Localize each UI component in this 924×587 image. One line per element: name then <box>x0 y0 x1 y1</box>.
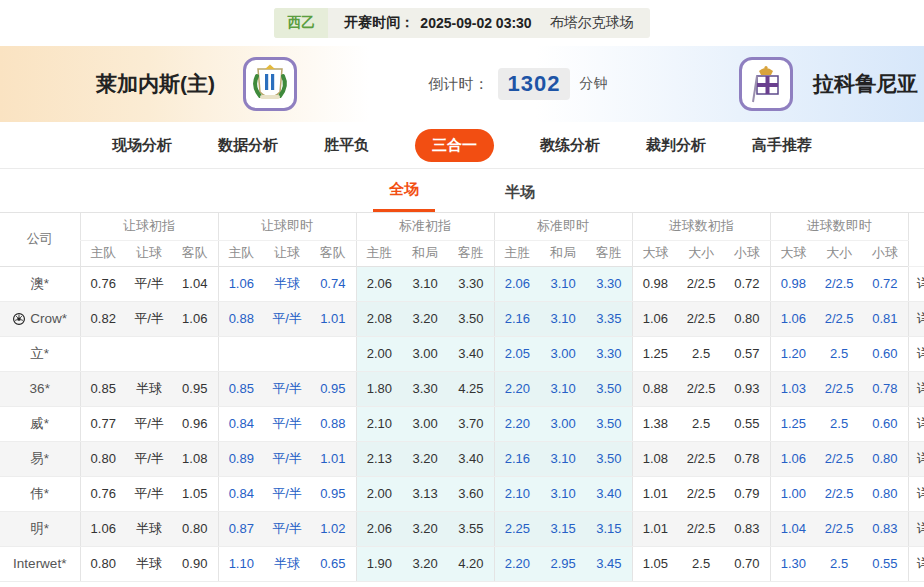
odds-cell-goals-live: 0.81 <box>862 301 908 336</box>
odds-cell-goals-live: 1.06 <box>770 441 816 476</box>
sub-header: 主胜 <box>356 240 402 266</box>
nav-tab-2[interactable]: 数据分析 <box>218 136 278 155</box>
league-badge[interactable]: 西乙 <box>274 8 328 38</box>
odds-cell-goals-live: 0.98 <box>770 266 816 301</box>
odds-cell-goals-live: 1.06 <box>770 301 816 336</box>
odds-cell-goals-init: 0.93 <box>724 371 770 406</box>
company-name: 澳* <box>30 275 49 293</box>
odds-cell-handicap-init: 1.08 <box>172 441 218 476</box>
odds-cell-goals-live: 0.60 <box>862 336 908 371</box>
odds-cell-handicap-live: 0.87 <box>218 511 264 546</box>
odds-cell-std-live: 2.16 <box>494 301 540 336</box>
nav-tab-4[interactable]: 三合一 <box>415 129 494 162</box>
company-name: 36* <box>30 381 50 396</box>
odds-cell-handicap-init: 平/半 <box>126 441 172 476</box>
detail-link[interactable]: 详情 <box>917 346 924 361</box>
detail-link[interactable]: 详情 <box>917 556 924 571</box>
odds-cell-goals-live: 0.78 <box>862 371 908 406</box>
detail-link[interactable]: 详情 <box>917 276 924 291</box>
detail-link[interactable]: 详情 <box>917 521 924 536</box>
odds-cell-goals-init: 2.5 <box>678 546 724 581</box>
detail-link[interactable]: 详情 <box>917 451 924 466</box>
company-cell: Interwet* <box>0 546 80 581</box>
company-cell: 易* <box>0 441 80 476</box>
detail-cell: 详情 <box>908 406 924 441</box>
sub-header: 客胜 <box>586 240 632 266</box>
company-name: Crow* <box>30 311 67 326</box>
top-bar: 西乙 开赛时间： 2025-09-02 03:30 布塔尔克球场 <box>0 0 924 46</box>
odds-cell-handicap-live: 0.88 <box>310 406 356 441</box>
odds-cell-handicap-live: 1.10 <box>218 546 264 581</box>
odds-cell-goals-live: 0.80 <box>862 441 908 476</box>
odds-cell-handicap-live: 0.84 <box>218 406 264 441</box>
odds-cell-std-init: 3.20 <box>402 301 448 336</box>
odds-cell-goals-init: 0.79 <box>724 476 770 511</box>
odds-cell-handicap-init: 1.06 <box>80 511 126 546</box>
odds-cell-std-live: 2.20 <box>494 371 540 406</box>
sub-header: 主胜 <box>494 240 540 266</box>
detail-link[interactable]: 详情 <box>917 381 924 396</box>
odds-cell-std-init: 3.10 <box>402 266 448 301</box>
odds-cell-goals-init: 1.06 <box>632 301 678 336</box>
sub-header: 客队 <box>172 240 218 266</box>
countdown-unit: 分钟 <box>579 75 607 93</box>
detail-link[interactable]: 详情 <box>917 311 924 326</box>
company-cell: 立* <box>0 336 80 371</box>
company-cell: 36* <box>0 371 80 406</box>
odds-cell-goals-live: 2/2.5 <box>816 371 862 406</box>
group-header-5: 进球数初指 <box>632 213 770 240</box>
odds-cell-std-live: 3.10 <box>540 266 586 301</box>
odds-cell-std-init: 3.20 <box>402 511 448 546</box>
odds-cell-std-init: 2.06 <box>356 511 402 546</box>
away-team-logo <box>739 57 793 111</box>
odds-cell-handicap-init: 平/半 <box>126 301 172 336</box>
nav-tab-5[interactable]: 教练分析 <box>540 136 600 155</box>
odds-cell-goals-live: 2/2.5 <box>816 301 862 336</box>
nav-tab-7[interactable]: 高手推荐 <box>752 136 812 155</box>
detail-link[interactable]: 详情 <box>917 416 924 431</box>
odds-cell-handicap-init <box>126 336 172 371</box>
odds-cell-goals-init: 2/2.5 <box>678 266 724 301</box>
nav-tab-3[interactable]: 胜平负 <box>324 136 369 155</box>
company-cell: 伟* <box>0 476 80 511</box>
odds-cell-handicap-init: 0.82 <box>80 301 126 336</box>
period-tab-1[interactable]: 全场 <box>373 180 435 212</box>
odds-cell-std-live: 3.10 <box>540 441 586 476</box>
odds-cell-handicap-init: 半球 <box>126 511 172 546</box>
home-team: 莱加内斯(主) <box>96 57 297 111</box>
odds-cell-std-init: 3.50 <box>448 301 494 336</box>
odds-cell-handicap-init: 1.06 <box>172 301 218 336</box>
sub-header: 让球 <box>264 240 310 266</box>
nav-tab-1[interactable]: 现场分析 <box>112 136 172 155</box>
odds-cell-handicap-init: 0.96 <box>172 406 218 441</box>
odds-cell-handicap-live: 1.01 <box>310 301 356 336</box>
odds-table-head: 公司让球初指让球即时标准初指标准即时进球数初指进球数即时主队让球客队主队让球客队… <box>0 213 924 266</box>
sub-header: 和局 <box>402 240 448 266</box>
sub-header: 大球 <box>770 240 816 266</box>
odds-cell-std-init: 2.00 <box>356 336 402 371</box>
odds-cell-goals-init: 0.57 <box>724 336 770 371</box>
detail-cell: 详情 <box>908 511 924 546</box>
detail-cell: 详情 <box>908 476 924 511</box>
detail-cell: 详情 <box>908 441 924 476</box>
odds-cell-std-live: 2.20 <box>494 406 540 441</box>
odds-row: Crow*0.82平/半1.060.88平/半1.012.083.203.502… <box>0 301 924 336</box>
deportivo-crest-icon <box>744 62 788 106</box>
odds-cell-std-init: 3.13 <box>402 476 448 511</box>
match-info-pill: 西乙 开赛时间： 2025-09-02 03:30 布塔尔克球场 <box>274 8 649 38</box>
odds-row: 威*0.77平/半0.960.84平/半0.882.103.003.702.20… <box>0 406 924 441</box>
period-tab-2[interactable]: 半场 <box>489 183 551 212</box>
odds-cell-goals-init: 1.25 <box>632 336 678 371</box>
odds-cell-handicap-init: 0.80 <box>80 441 126 476</box>
nav-tab-6[interactable]: 裁判分析 <box>646 136 706 155</box>
odds-cell-std-live: 2.25 <box>494 511 540 546</box>
odds-cell-std-init: 3.40 <box>448 336 494 371</box>
odds-cell-std-live: 2.05 <box>494 336 540 371</box>
kickoff-label: 开赛时间： <box>328 14 414 32</box>
detail-link[interactable]: 详情 <box>917 486 924 501</box>
detail-cell: 详情 <box>908 301 924 336</box>
odds-row: 立*2.003.003.402.053.003.301.252.50.571.2… <box>0 336 924 371</box>
odds-cell-handicap-init: 平/半 <box>126 476 172 511</box>
odds-table: 公司让球初指让球即时标准初指标准即时进球数初指进球数即时主队让球客队主队让球客队… <box>0 213 924 582</box>
company-cell: 澳* <box>0 266 80 301</box>
